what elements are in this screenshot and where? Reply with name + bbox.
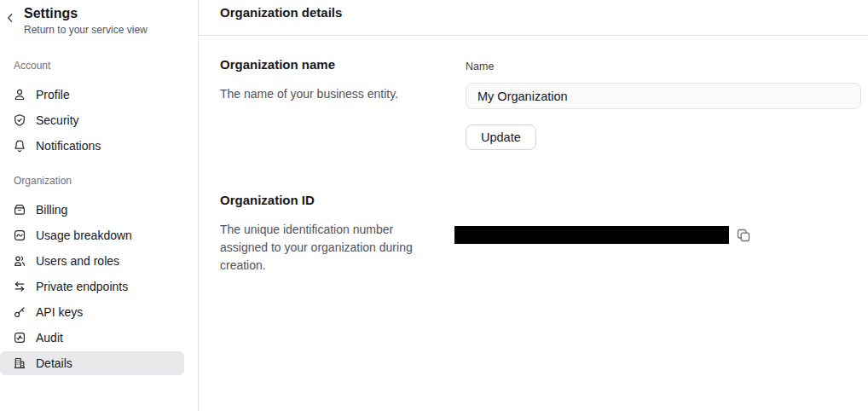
- copy-button[interactable]: [736, 228, 751, 243]
- user-icon: [13, 88, 26, 101]
- org-id-section-right: [466, 194, 868, 275]
- settings-sidebar: Settings Return to your service view Acc…: [0, 0, 199, 411]
- org-id-heading: Organization ID: [220, 194, 433, 207]
- sidebar-item-label: Security: [36, 113, 79, 127]
- org-name-section-left: Organization name The name of your busin…: [220, 58, 466, 150]
- building-icon: [13, 356, 26, 370]
- section-label-organization: Organization: [14, 175, 184, 187]
- sidebar-item-notifications[interactable]: Notifications: [0, 134, 184, 158]
- org-name-input[interactable]: [466, 83, 861, 109]
- sidebar-item-label: Billing: [36, 203, 67, 217]
- shield-check-icon: [13, 113, 26, 127]
- sidebar-item-label: Users and roles: [36, 254, 119, 268]
- wallet-icon: [13, 203, 26, 217]
- sidebar-item-label: Notifications: [36, 139, 101, 153]
- org-id-value-row: [454, 226, 861, 244]
- sidebar-item-label: Private endpoints: [36, 280, 128, 293]
- sidebar-item-security[interactable]: Security: [0, 108, 184, 132]
- sidebar-nav: Account Profile Security Notifications: [0, 60, 198, 375]
- org-id-section-left: Organization ID The unique identificatio…: [220, 194, 466, 275]
- org-name-section-right: Name Update: [466, 58, 868, 150]
- audit-pulse-icon: [13, 331, 26, 344]
- sidebar-item-profile[interactable]: Profile: [0, 83, 184, 107]
- sidebar-item-label: Details: [36, 356, 72, 370]
- name-field-label: Name: [466, 61, 494, 72]
- chevron-left-icon: [4, 12, 16, 24]
- sidebar-item-private-endpoints[interactable]: Private endpoints: [0, 275, 184, 298]
- page-title: Organization details: [220, 5, 868, 20]
- sidebar-item-details[interactable]: Details: [0, 351, 184, 375]
- org-id-section: Organization ID The unique identificatio…: [199, 194, 868, 275]
- org-id-description: The unique identification number assigne…: [220, 221, 433, 275]
- users-icon: [13, 254, 26, 268]
- org-id-redacted-value: [454, 226, 729, 244]
- sidebar-title: Settings: [24, 4, 184, 22]
- sidebar-item-label: Profile: [36, 88, 70, 101]
- key-icon: [13, 305, 26, 319]
- settings-page: Settings Return to your service view Acc…: [0, 0, 868, 411]
- sidebar-item-label: Usage breakdown: [36, 229, 132, 242]
- section-label-account: Account: [14, 60, 184, 72]
- sidebar-item-api-keys[interactable]: API keys: [0, 300, 184, 324]
- sidebar-item-label: Audit: [36, 331, 63, 344]
- org-name-description: The name of your business entity.: [220, 85, 433, 103]
- activity-chart-icon: [13, 229, 26, 242]
- org-name-heading: Organization name: [220, 58, 433, 72]
- copy-icon: [736, 228, 751, 243]
- sidebar-subtitle: Return to your service view: [24, 24, 184, 37]
- sidebar-item-usage-breakdown[interactable]: Usage breakdown: [0, 223, 184, 247]
- sidebar-item-label: API keys: [36, 305, 83, 319]
- sidebar-header: Settings Return to your service view: [0, 0, 198, 37]
- bell-icon: [13, 139, 26, 153]
- sidebar-item-audit[interactable]: Audit: [0, 326, 184, 350]
- sidebar-item-users-and-roles[interactable]: Users and roles: [0, 249, 184, 273]
- back-button[interactable]: [2, 10, 19, 26]
- main-header: Organization details: [199, 0, 868, 36]
- sidebar-item-billing[interactable]: Billing: [0, 198, 184, 222]
- arrows-left-right-icon: [13, 280, 26, 293]
- update-button[interactable]: Update: [466, 124, 536, 150]
- main-content: Organization details Organization name T…: [199, 0, 868, 411]
- org-name-section: Organization name The name of your busin…: [199, 58, 868, 150]
